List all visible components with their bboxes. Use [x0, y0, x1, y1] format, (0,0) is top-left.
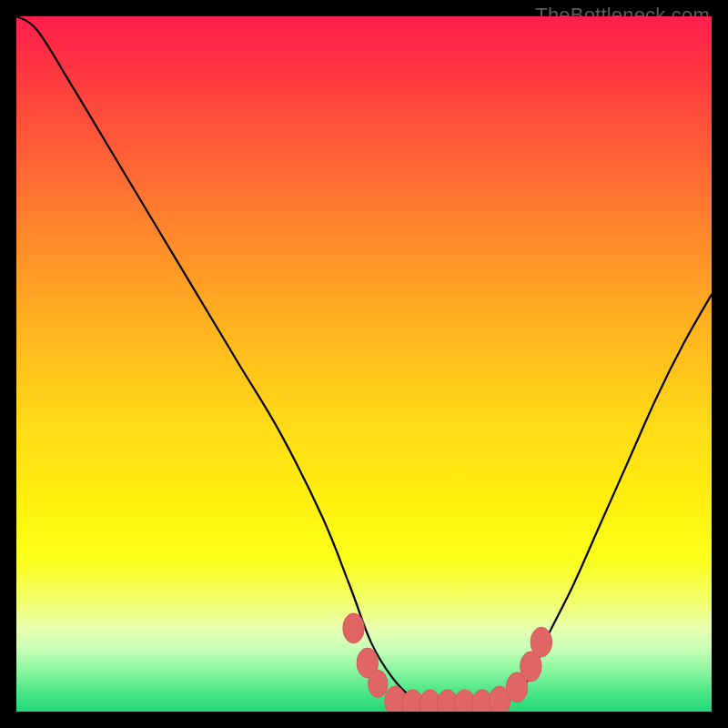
chart-container: TheBottleneck.com	[0, 0, 728, 728]
plot-area	[16, 16, 712, 712]
curve-marker	[343, 613, 364, 643]
curve-layer	[16, 16, 712, 712]
marker-group	[343, 613, 552, 712]
curve-marker	[531, 627, 551, 657]
curve-marker	[369, 670, 388, 697]
bottleneck-curve	[16, 16, 712, 705]
